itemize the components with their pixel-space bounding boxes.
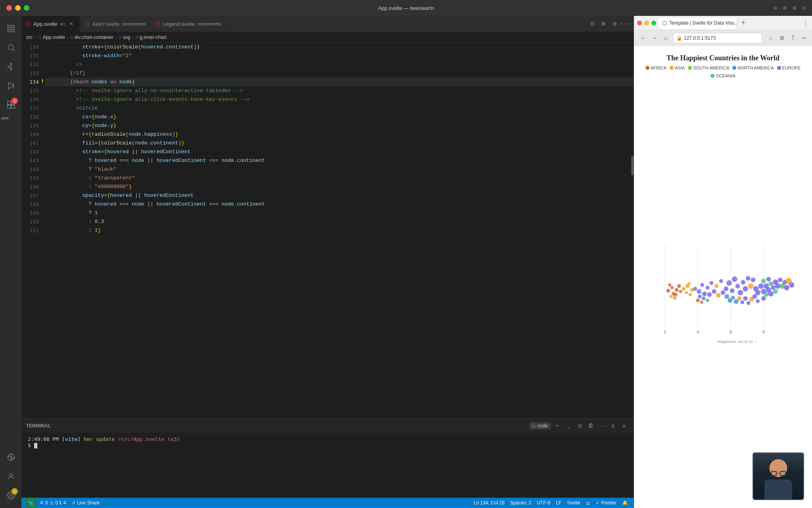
status-remote-icon[interactable]: ⌥	[25, 498, 36, 508]
code-line-137[interactable]: <circle	[45, 104, 634, 113]
split-editor-icon[interactable]: ⊠	[599, 19, 608, 29]
terminal-more-icon[interactable]: ···	[597, 421, 607, 431]
code-line-134[interactable]: 💡 {#each nodes as node}	[45, 78, 634, 87]
terminal-dropdown-icon[interactable]: ⌄	[564, 421, 573, 431]
layout-icon-1[interactable]: ⊟	[773, 5, 776, 12]
activity-explorer[interactable]	[1, 19, 20, 38]
browser-minimize[interactable]	[644, 21, 649, 25]
terminal-body[interactable]: 2:49:08 PM [vite] hmr update /src/App.sv…	[21, 433, 634, 498]
code-line-133[interactable]: {/if}	[45, 69, 634, 78]
code-line-132[interactable]: />	[45, 60, 634, 69]
code-line-147[interactable]: opacity={hovered || hoveredContinent	[45, 191, 634, 200]
status-spaces[interactable]: Spaces: 2	[508, 498, 534, 508]
terminal-close-icon[interactable]: ✕	[619, 421, 629, 431]
svg-point-46	[693, 287, 697, 291]
svg-point-68	[738, 290, 743, 296]
browser-home-button[interactable]: ⌂	[661, 33, 670, 43]
browser-menu-icon[interactable]: ⋮	[802, 20, 809, 27]
code-editor[interactable]: 130 131 132 133 134 135 136 137 138 139 …	[21, 43, 634, 418]
browser-active-tab[interactable]: ⬡ Template | Svelte for Data Visu... ✕	[658, 17, 737, 29]
minimize-button[interactable]	[15, 5, 21, 11]
code-line-138[interactable]: cx={node.x}	[45, 113, 634, 121]
browser-maximize[interactable]	[651, 21, 656, 25]
layout-icon-3[interactable]: ⊞	[793, 5, 796, 12]
tab-legend[interactable]: ⬡ Legend.svelte components	[151, 16, 226, 32]
tab-axis-y[interactable]: ⬡ AxisY.svelte components	[80, 16, 151, 32]
browser-extensions-icon[interactable]: ⊞	[777, 33, 787, 43]
terminal-collapse-icon[interactable]: ∧	[608, 421, 618, 431]
breadcrumb-svg[interactable]: svg	[123, 35, 130, 40]
browser-url-bar[interactable]: 🔒 127.0.0.1:5173	[673, 33, 762, 43]
code-line-146[interactable]: : "#00000090"}	[45, 183, 634, 191]
code-line-144[interactable]: ? "black"	[45, 165, 634, 174]
code-line-143[interactable]: ? hovered === node || hoveredContinent =…	[45, 156, 634, 165]
layout-toggle-icon[interactable]: ⊟	[588, 19, 597, 29]
legend-label-asia: ASIA	[675, 65, 685, 70]
status-errors-item[interactable]: ✕ 0 ⚠ 0 ℹ 4	[37, 498, 68, 508]
close-button[interactable]	[6, 5, 12, 11]
code-line-136[interactable]: <!-- svelte-ignore ally-click-events-hav…	[45, 95, 634, 104]
tab-app-svelte[interactable]: ⬡ App.svelte src ✕	[21, 16, 80, 32]
title-bar-icons[interactable]: ⊟ ⊠ ⊞ ⊡	[773, 5, 806, 12]
code-line-145[interactable]: : "transparent"	[45, 174, 634, 183]
code-line-135[interactable]: <!-- svelte-ignore ally-no-noninteractiv…	[45, 87, 634, 95]
terminal-title: TERMINAL	[26, 423, 51, 429]
status-live-share[interactable]: ↗ Live Share	[69, 498, 102, 508]
browser-menu-dots-icon[interactable]: ⋯	[799, 33, 809, 43]
line-num-141: 141	[30, 139, 39, 148]
terminal-trash-icon[interactable]: 🗑	[586, 421, 596, 431]
browser-bookmark-icon[interactable]: ☆	[766, 33, 776, 43]
scroll-indicator[interactable]	[631, 156, 634, 175]
status-eol[interactable]: LF	[553, 498, 564, 508]
code-line-142[interactable]: stroke={hovered || hoveredContinent	[45, 148, 634, 156]
code-line-149[interactable]: ? 1	[45, 209, 634, 217]
code-line-130[interactable]: stroke={colorScale(hovered.continent)}	[45, 43, 634, 52]
breadcrumb-src[interactable]: src	[26, 35, 33, 40]
breadcrumb-app-svelte[interactable]: App.svelte	[43, 35, 65, 40]
activity-source-control[interactable]	[1, 57, 20, 76]
activity-search[interactable]	[1, 38, 20, 57]
maximize-button[interactable]	[24, 5, 29, 11]
editor-layout-icon[interactable]: ⊞	[610, 19, 619, 29]
browser-close[interactable]	[637, 21, 642, 25]
traffic-lights[interactable]	[6, 5, 29, 11]
status-language[interactable]: Svelte	[565, 498, 582, 508]
browser-back-button[interactable]: ←	[639, 33, 648, 43]
activity-account[interactable]	[1, 467, 20, 486]
code-line-150[interactable]: : 0.3	[45, 217, 634, 226]
status-notification-icon[interactable]: 🔔	[620, 498, 630, 508]
code-line-151[interactable]: : 1}	[45, 226, 634, 235]
status-prettier[interactable]: ✓ Prettier	[593, 498, 619, 508]
status-encoding[interactable]: UTF-8	[534, 498, 553, 508]
terminal-split-icon[interactable]: ⊟	[575, 421, 584, 431]
activity-aws[interactable]: aws	[1, 114, 20, 121]
code-content[interactable]: stroke={colorScale(hovered.continent)} s…	[42, 43, 634, 418]
activity-extensions[interactable]: 1	[1, 95, 20, 114]
browser-menu-button[interactable]: ⋮	[802, 19, 809, 27]
layout-icon-4[interactable]: ⊡	[802, 5, 806, 12]
code-line-148[interactable]: ? hovered === node || hoveredContinent =…	[45, 200, 634, 209]
browser-new-tab-button[interactable]: +	[739, 18, 748, 28]
live-share-icon: ↗	[71, 500, 75, 506]
browser-forward-button[interactable]: →	[650, 33, 659, 43]
more-actions-icon[interactable]: ···	[621, 19, 630, 29]
code-line-139[interactable]: cy={node.y}	[45, 121, 634, 130]
layout-icon-2[interactable]: ⊠	[783, 5, 786, 12]
tab-close-button[interactable]: ✕	[68, 20, 75, 27]
status-ln-col[interactable]: Ln 134, Col 28	[471, 498, 507, 508]
lightbulb-icon[interactable]: 💡	[42, 78, 44, 87]
breadcrumb-div[interactable]: div.chart-container	[75, 35, 113, 40]
code-line-141[interactable]: fill={colorScale(node.continent)}	[45, 139, 634, 148]
code-line-131[interactable]: stroke-width="2"	[45, 52, 634, 60]
terminal-add-button[interactable]: +	[553, 421, 562, 431]
activity-settings[interactable]: 1	[1, 486, 20, 505]
activity-run[interactable]	[1, 76, 20, 95]
code-line-140[interactable]: r={radiusScale(node.happiness)}	[45, 130, 634, 139]
svg-point-72	[748, 283, 754, 289]
terminal-node-badge[interactable]: ▷ node	[529, 422, 551, 429]
activity-remote[interactable]	[1, 448, 20, 467]
svg-point-39	[673, 296, 677, 300]
browser-share-icon[interactable]: ⤴	[788, 33, 798, 43]
status-indent-icon[interactable]: ⚌	[583, 498, 592, 508]
breadcrumb-g[interactable]: g.inner-chart	[140, 35, 167, 40]
